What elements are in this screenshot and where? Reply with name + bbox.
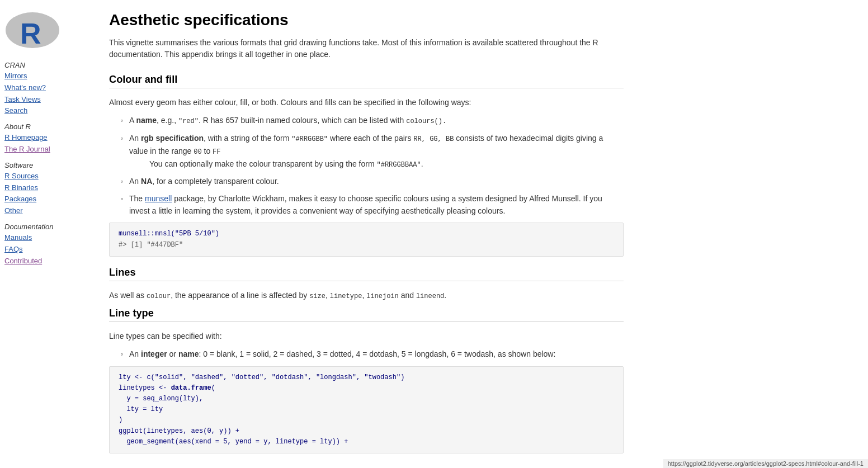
linejoin-code-inline: linejoin bbox=[366, 292, 399, 300]
software-section-label: Software bbox=[4, 161, 82, 169]
lty-code-line1: lty <- c("solid", "dashed", "dotted", "d… bbox=[119, 372, 614, 383]
rrggbb-code: "#RRGGBB" bbox=[291, 135, 328, 143]
task-views-link[interactable]: Task Views bbox=[4, 94, 82, 106]
colour-bullet-munsell: The munsell package, by Charlotte Wickha… bbox=[120, 192, 624, 218]
na-bold: NA bbox=[141, 177, 152, 186]
the-r-journal-link[interactable]: The R Journal bbox=[4, 144, 82, 155]
linetype-bullets-list: An integer or name: 0 = blank, 1 = solid… bbox=[120, 348, 624, 360]
mirrors-link[interactable]: Mirrors bbox=[4, 70, 82, 82]
red-code: "red" bbox=[178, 117, 199, 125]
packages-link[interactable]: Packages bbox=[4, 193, 82, 205]
search-link[interactable]: Search bbox=[4, 105, 82, 117]
lty-code-line7: geom_segment(aes(xend = 5, yend = y, lin… bbox=[119, 437, 614, 447]
lty-code-line3: y = seq_along(lty), bbox=[119, 394, 614, 404]
statusbar-url: https://ggplot2.tidyverse.org/articles/g… bbox=[668, 460, 864, 467]
lty-code-line4: lty = lty bbox=[119, 404, 614, 415]
linetype-code-block: lty <- c("solid", "dashed", "dotted", "d… bbox=[109, 366, 624, 453]
colours-code: colours(). bbox=[406, 117, 446, 125]
munsell-code-line2: #> [1] "#447DBF" bbox=[119, 240, 614, 250]
lines-intro-text: As well as colour, the appearance of a l… bbox=[109, 289, 624, 302]
r-binaries-link[interactable]: R Binaries bbox=[4, 182, 82, 194]
lty-code-line6: ggplot(linetypes, aes(0, y)) + bbox=[119, 426, 614, 437]
colour-fill-heading: Colour and fill bbox=[109, 74, 624, 88]
lines-heading: Lines bbox=[109, 267, 624, 281]
rgb-bold: rgb specification bbox=[141, 134, 204, 143]
rr-gg-bb-code: RR, GG, BB bbox=[413, 135, 454, 143]
svg-text:R: R bbox=[20, 17, 41, 50]
linetype-code-inline: linetype bbox=[330, 292, 362, 300]
main-content: Aesthetic specifications This vignette s… bbox=[87, 0, 646, 468]
documentation-section-label: Documentation bbox=[4, 223, 82, 231]
munsell-code-line1: munsell::mnsl("5PB 5/10") bbox=[119, 229, 614, 239]
colour-code-inline: colour bbox=[147, 292, 171, 300]
lty-code-line2: linetypes <- data.frame( bbox=[119, 383, 614, 394]
whats-new-link[interactable]: What's new? bbox=[4, 82, 82, 94]
colour-bullet-name: A name, e.g., "red". R has 657 built-in … bbox=[120, 114, 624, 127]
cran-section-label: CRAN bbox=[4, 61, 82, 69]
range-end-code: FF bbox=[213, 148, 220, 156]
page-title: Aesthetic specifications bbox=[109, 11, 624, 29]
linetype-heading: Line type bbox=[109, 308, 624, 322]
other-link[interactable]: Other bbox=[4, 205, 82, 217]
rgb-optional-text: You can optionally make the colour trans… bbox=[149, 158, 624, 171]
colour-bullet-na: An NA, for a completely transparent colo… bbox=[120, 175, 624, 187]
linetype-intro: Line types can be specified with: bbox=[109, 330, 624, 342]
sidebar: R CRAN Mirrors What's new? Task Views Se… bbox=[0, 0, 87, 468]
lty-code-line5: ) bbox=[119, 415, 614, 426]
munsell-link[interactable]: munsell bbox=[145, 194, 172, 203]
manuals-link[interactable]: Manuals bbox=[4, 232, 82, 244]
name-bold: name bbox=[136, 116, 157, 125]
size-code-inline: size bbox=[309, 292, 326, 300]
r-logo-image: R bbox=[4, 6, 60, 50]
colour-intro-text: Almost every geom has either colour, fil… bbox=[109, 96, 624, 108]
contributed-link[interactable]: Contributed bbox=[4, 256, 82, 267]
name-bold2: name bbox=[178, 349, 199, 358]
colour-bullets-list: A name, e.g., "red". R has 657 built-in … bbox=[120, 114, 624, 217]
linetype-bullet-integer: An integer or name: 0 = blank, 1 = solid… bbox=[120, 348, 624, 360]
about-section-label: About R bbox=[4, 122, 82, 131]
munsell-code-block: munsell::mnsl("5PB 5/10") #> [1] "#447DB… bbox=[109, 223, 624, 256]
colour-bullet-rgb: An rgb specification, with a string of t… bbox=[120, 132, 624, 171]
range-start-code: 00 bbox=[194, 148, 201, 156]
r-homepage-link[interactable]: R Homepage bbox=[4, 132, 82, 144]
r-sources-link[interactable]: R Sources bbox=[4, 171, 82, 182]
integer-bold: integer bbox=[141, 349, 167, 358]
faqs-link[interactable]: FAQs bbox=[4, 244, 82, 256]
rrggbbaa-code: "#RRGGBBAA" bbox=[377, 161, 421, 169]
linetype-section: Line type Line types can be specified wi… bbox=[109, 308, 624, 453]
r-logo: R bbox=[4, 6, 82, 52]
intro-paragraph: This vignette summarises the various for… bbox=[109, 37, 624, 60]
statusbar: https://ggplot2.tidyverse.org/articles/g… bbox=[663, 459, 868, 468]
lineend-code-inline: lineend bbox=[416, 292, 444, 300]
